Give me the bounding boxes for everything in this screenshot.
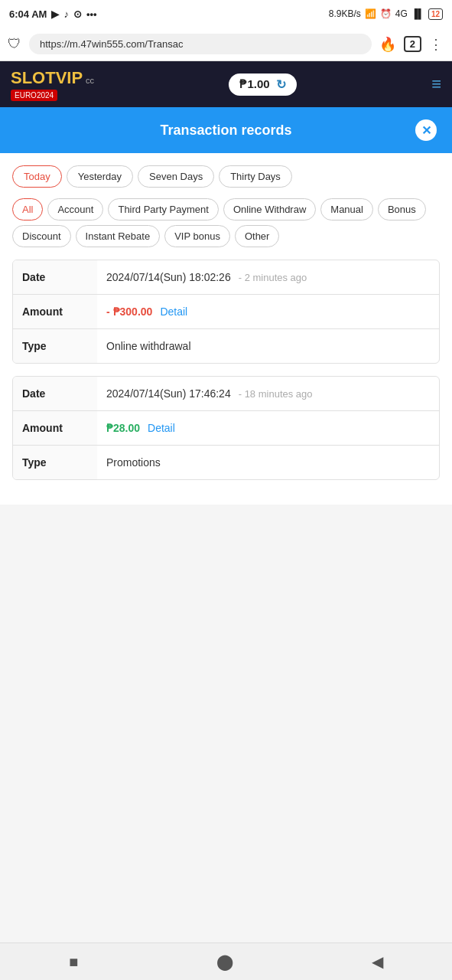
date-timestamp-2: 2024/07/14(Sun) 17:46:24 [106,387,231,400]
type-third-party-button[interactable]: Third Party Payment [108,198,219,220]
dialog-title: Transaction records [37,122,415,139]
period-thirty-days-button[interactable]: Thirty Days [219,165,292,188]
type-label-2: Type [13,446,97,479]
status-bar: 6:04 AM ▶ ♪ ⊙ ••• 8.9KB/s 📶 ⏰ 4G ▐▌ 12 [0,0,452,28]
content-area: Today Yesterday Seven Days Thirty Days A… [0,153,452,505]
type-vip-bonus-button[interactable]: VIP bonus [164,225,230,247]
date-value-1: 2024/07/14(Sun) 18:02:26 - 2 minutes ago [97,260,439,294]
browser-bar: 🛡 🔥 2 ⋮ [0,28,452,61]
refresh-icon[interactable]: ↻ [276,77,286,92]
period-yesterday-button[interactable]: Yesterday [67,165,133,188]
nav-square-icon[interactable]: ■ [69,953,78,971]
status-left: 6:04 AM ▶ ♪ ⊙ ••• [9,8,97,20]
record-icon: ⊙ [73,8,82,20]
wifi-bars-icon: ▐▌ [411,8,424,19]
date-value-2: 2024/07/14(Sun) 17:46:24 - 18 minutes ag… [97,377,439,410]
bottom-nav: ■ ⬤ ◀ [0,942,452,980]
transaction-amount-row-1: Amount - ₱300.00 Detail [13,295,439,329]
time-ago-2: - 18 minutes ago [239,388,313,400]
detail-link-1[interactable]: Detail [160,305,187,318]
shield-icon: 🛡 [8,36,21,52]
type-manual-button[interactable]: Manual [320,198,373,220]
status-right: 8.9KB/s 📶 ⏰ 4G ▐▌ 12 [329,8,443,20]
time-display: 6:04 AM [9,8,47,20]
flame-icon[interactable]: 🔥 [379,36,396,53]
app-header: SLOTVIP cc EURO2024 ₱1.00 ↻ ≡ [0,61,452,107]
nav-back-icon[interactable]: ◀ [372,952,383,971]
transaction-date-row-1: Date 2024/07/14(Sun) 18:02:26 - 2 minute… [13,260,439,295]
transaction-amount-row-2: Amount ₱28.00 Detail [13,411,439,446]
type-value-2: Promotions [97,446,439,479]
transaction-card-2: Date 2024/07/14(Sun) 17:46:24 - 18 minut… [12,376,440,480]
type-all-button[interactable]: All [12,198,43,220]
period-filter: Today Yesterday Seven Days Thirty Days [12,165,440,188]
transaction-date-row-2: Date 2024/07/14(Sun) 17:46:24 - 18 minut… [13,377,439,411]
amount-label-1: Amount [13,295,97,328]
balance-value: ₱1.00 [239,77,269,91]
4g-icon: 4G [395,8,408,19]
tab-count-badge[interactable]: 2 [404,36,421,52]
time-ago-1: - 2 minutes ago [239,272,307,283]
logo-area: SLOTVIP cc EURO2024 [11,68,94,100]
amount-value-2: ₱28.00 Detail [97,411,439,445]
transaction-card-1: Date 2024/07/14(Sun) 18:02:26 - 2 minute… [12,260,440,364]
type-label-1: Type [13,329,97,363]
url-input[interactable] [29,34,372,54]
euro-badge: EURO2024 [11,90,57,101]
logo-text: SLOTVIP [11,68,83,87]
type-other-button[interactable]: Other [235,225,280,247]
browser-menu-icon[interactable]: ⋮ [429,36,444,53]
hamburger-menu-icon[interactable]: ≡ [431,74,441,94]
date-timestamp-1: 2024/07/14(Sun) 18:02:26 [106,271,231,283]
logo-suffix: cc [86,76,94,85]
signal-icon: 📶 [365,8,376,19]
detail-link-2[interactable]: Detail [148,422,175,434]
transaction-type-row-1: Type Online withdrawal [13,329,439,363]
nav-home-icon[interactable]: ⬤ [216,952,233,971]
close-dialog-button[interactable]: ✕ [415,119,437,141]
browser-actions: 🔥 2 ⋮ [379,36,444,53]
date-label-2: Date [13,377,97,410]
transaction-type-row-2: Type Promotions [13,446,439,479]
period-seven-days-button[interactable]: Seven Days [138,165,214,188]
amount-value-1: - ₱300.00 Detail [97,295,439,328]
type-account-button[interactable]: Account [47,198,103,220]
type-instant-rebate-button[interactable]: Instant Rebate [76,225,161,247]
amount-number-1: - ₱300.00 [106,305,152,318]
more-icon: ••• [86,8,97,20]
network-speed: 8.9KB/s [329,8,361,19]
balance-display: ₱1.00 ↻ [229,74,296,96]
type-discount-button[interactable]: Discount [12,225,71,247]
alarm-icon: ⏰ [380,8,392,19]
amount-label-2: Amount [13,411,97,445]
date-label-1: Date [13,260,97,294]
youtube-icon: ▶ [51,8,59,20]
amount-number-2: ₱28.00 [106,422,140,434]
tiktok-icon: ♪ [63,8,69,20]
type-value-1: Online withdrawal [97,329,439,363]
logo: SLOTVIP cc EURO2024 [11,68,94,100]
type-online-withdraw-button[interactable]: Online Withdraw [223,198,316,220]
type-filter: All Account Third Party Payment Online W… [12,198,440,247]
battery-indicator: 12 [428,8,443,20]
dialog-header: Transaction records ✕ [0,107,452,153]
type-bonus-button[interactable]: Bonus [378,198,426,220]
period-today-button[interactable]: Today [12,165,62,188]
